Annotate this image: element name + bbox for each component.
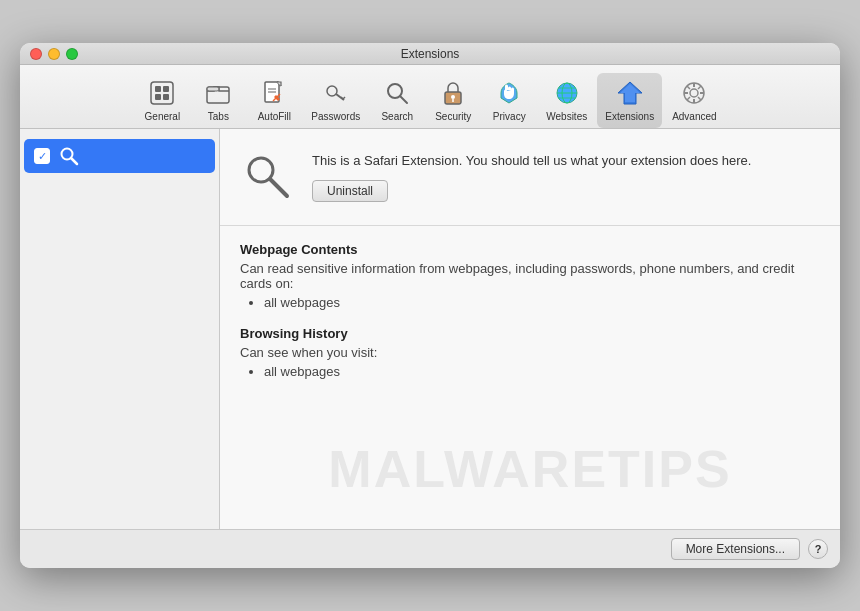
autofill-icon — [258, 77, 290, 109]
help-button[interactable]: ? — [808, 539, 828, 559]
maximize-button[interactable] — [66, 48, 78, 60]
svg-point-11 — [327, 86, 337, 96]
svg-line-37 — [71, 158, 77, 164]
search-label: Search — [381, 111, 413, 122]
extension-description: This is a Safari Extension. You should t… — [312, 152, 820, 170]
uninstall-button[interactable]: Uninstall — [312, 180, 388, 202]
browsing-history-list: all webpages — [240, 364, 820, 379]
websites-label: Websites — [546, 111, 587, 122]
checkbox-check-icon: ✓ — [38, 150, 47, 163]
close-button[interactable] — [30, 48, 42, 60]
toolbar-item-passwords[interactable]: Passwords — [303, 73, 368, 128]
toolbar-item-general[interactable]: General — [135, 73, 189, 128]
svg-point-27 — [690, 89, 698, 97]
privacy-icon — [493, 77, 525, 109]
toolbar-item-security[interactable]: Security — [426, 73, 480, 128]
svg-rect-3 — [155, 94, 161, 100]
more-extensions-button[interactable]: More Extensions... — [671, 538, 800, 560]
toolbar-item-extensions[interactable]: Extensions — [597, 73, 662, 128]
browsing-history-section: Browsing History Can see when you visit:… — [240, 326, 820, 379]
advanced-label: Advanced — [672, 111, 716, 122]
permissions-section: Webpage Contents Can read sensitive info… — [220, 226, 840, 529]
sidebar-ext-icon — [58, 145, 80, 167]
security-icon — [437, 77, 469, 109]
main-content: ✓ MALWARETIPS — [20, 129, 840, 529]
svg-point-17 — [451, 95, 455, 99]
search-toolbar-icon — [381, 77, 413, 109]
window-title: Extensions — [401, 47, 460, 61]
webpage-contents-title: Webpage Contents — [240, 242, 820, 257]
toolbar-item-autofill[interactable]: AutoFill — [247, 73, 301, 128]
privacy-label: Privacy — [493, 111, 526, 122]
toolbar-item-search[interactable]: Search — [370, 73, 424, 128]
security-label: Security — [435, 111, 471, 122]
tabs-label: Tabs — [208, 111, 229, 122]
general-icon — [146, 77, 178, 109]
bottom-bar: More Extensions... ? — [20, 529, 840, 568]
passwords-label: Passwords — [311, 111, 360, 122]
svg-line-15 — [400, 96, 407, 103]
window-controls — [30, 48, 78, 60]
passwords-icon — [320, 77, 352, 109]
webpage-contents-section: Webpage Contents Can read sensitive info… — [240, 242, 820, 310]
svg-rect-4 — [163, 94, 169, 100]
toolbar-item-tabs[interactable]: Tabs — [191, 73, 245, 128]
svg-line-32 — [687, 86, 690, 89]
webpage-contents-list: all webpages — [240, 295, 820, 310]
extensions-sidebar: ✓ — [20, 129, 220, 529]
webpage-contents-item: all webpages — [264, 295, 820, 310]
extensions-icon — [614, 77, 646, 109]
toolbar-icon-row: General Tabs — [125, 73, 734, 128]
toolbar-item-advanced[interactable]: Advanced — [664, 73, 724, 128]
webpage-contents-desc: Can read sensitive information from webp… — [240, 261, 820, 291]
preferences-toolbar: General Tabs — [20, 65, 840, 129]
extensions-label: Extensions — [605, 111, 654, 122]
browsing-history-desc: Can see when you visit: — [240, 345, 820, 360]
browsing-history-title: Browsing History — [240, 326, 820, 341]
svg-line-13 — [343, 97, 345, 99]
autofill-label: AutoFill — [258, 111, 291, 122]
toolbar-item-privacy[interactable]: Privacy — [482, 73, 536, 128]
svg-rect-2 — [163, 86, 169, 92]
svg-rect-6 — [207, 87, 219, 91]
svg-rect-1 — [155, 86, 161, 92]
minimize-button[interactable] — [48, 48, 60, 60]
sidebar-item-search-ext[interactable]: ✓ — [24, 139, 215, 173]
advanced-icon — [678, 77, 710, 109]
titlebar: Extensions — [20, 43, 840, 65]
svg-line-34 — [698, 86, 701, 89]
safari-preferences-window: Extensions General — [20, 43, 840, 568]
general-label: General — [145, 111, 181, 122]
svg-line-33 — [698, 97, 701, 100]
extension-detail-panel: MALWARETIPS This is a Safari Extension. … — [220, 129, 840, 529]
websites-icon — [551, 77, 583, 109]
extension-info-section: This is a Safari Extension. You should t… — [220, 129, 840, 226]
extension-details: This is a Safari Extension. You should t… — [312, 152, 820, 202]
toolbar-item-websites[interactable]: Websites — [538, 73, 595, 128]
tabs-icon — [202, 77, 234, 109]
browsing-history-item: all webpages — [264, 364, 820, 379]
extension-big-icon — [240, 149, 296, 205]
svg-rect-0 — [151, 82, 173, 104]
svg-marker-25 — [620, 84, 640, 102]
extension-enabled-checkbox[interactable]: ✓ — [34, 148, 50, 164]
svg-line-39 — [270, 179, 287, 196]
svg-line-35 — [687, 97, 690, 100]
